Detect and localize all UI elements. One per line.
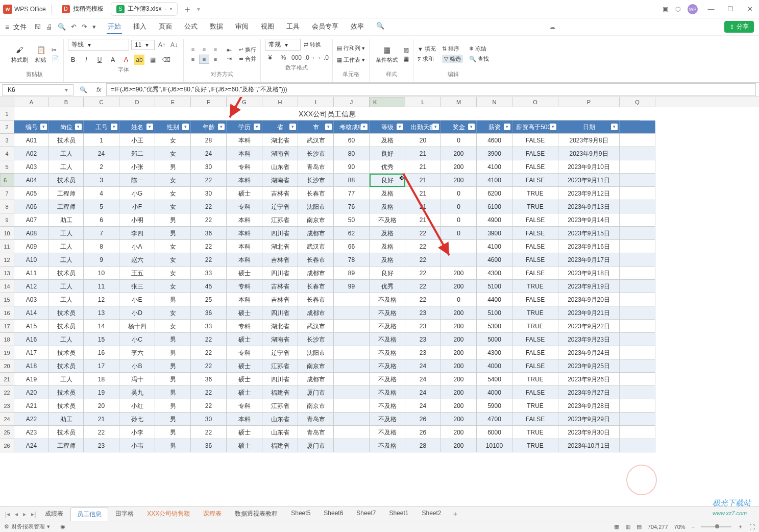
data-cell[interactable]: 78 xyxy=(334,253,370,267)
data-cell[interactable] xyxy=(334,373,370,386)
data-cell[interactable]: A01 xyxy=(14,134,49,147)
align-top-center[interactable]: ≡ xyxy=(199,44,209,54)
empty-cell[interactable] xyxy=(620,174,655,187)
data-cell[interactable]: 沈阳市 xyxy=(298,346,334,359)
data-cell[interactable]: 长沙市 xyxy=(298,147,334,160)
data-cell[interactable]: 厦门市 xyxy=(298,386,334,399)
save-icon[interactable]: 🖫 xyxy=(34,23,41,31)
data-cell[interactable] xyxy=(441,240,477,253)
data-cell[interactable]: 200 xyxy=(441,280,477,293)
zoom-in-icon[interactable]: ＋ xyxy=(738,523,743,530)
data-cell[interactable]: 17 xyxy=(84,359,119,373)
data-cell[interactable]: 200 xyxy=(441,359,477,373)
data-cell[interactable]: 21 xyxy=(405,200,441,213)
data-cell[interactable]: 80 xyxy=(334,147,370,160)
col-header-G[interactable]: G xyxy=(227,97,262,107)
data-cell[interactable] xyxy=(334,439,370,452)
data-cell[interactable]: 2023年9月20日 xyxy=(558,293,620,306)
data-cell[interactable]: 2023年9月22日 xyxy=(558,320,620,333)
data-cell[interactable]: 技术员 xyxy=(49,359,84,373)
data-cell[interactable]: 李四 xyxy=(119,227,155,240)
data-cell[interactable]: 技术员 xyxy=(49,426,84,439)
data-cell[interactable]: 26 xyxy=(405,426,441,439)
empty-cell[interactable] xyxy=(620,320,655,333)
data-cell[interactable]: 小韦 xyxy=(119,439,155,452)
sheet-tab[interactable]: 成绩表 xyxy=(39,507,69,521)
data-cell[interactable]: 男 xyxy=(155,426,191,439)
data-cell[interactable]: FALSE xyxy=(512,134,558,147)
data-cell[interactable]: TRUE xyxy=(512,187,558,200)
data-cell[interactable]: 工人 xyxy=(49,160,84,174)
data-cell[interactable]: A15 xyxy=(14,320,49,333)
data-cell[interactable]: 本科 xyxy=(227,174,262,187)
data-cell[interactable]: 四川省 xyxy=(262,373,298,386)
data-cell[interactable]: 工人 xyxy=(49,253,84,267)
data-cell[interactable]: 技术员 xyxy=(49,346,84,359)
data-cell[interactable]: 长春市 xyxy=(298,293,334,306)
share-button[interactable]: ⇪ 分享 xyxy=(724,21,754,33)
filter-dropdown-icon[interactable]: ▾ xyxy=(504,124,510,130)
data-cell[interactable]: 66 xyxy=(334,240,370,253)
view-break-icon[interactable]: ▤ xyxy=(636,523,642,530)
preview-icon[interactable]: 🔍 xyxy=(58,23,66,31)
data-cell[interactable]: 女 xyxy=(155,147,191,160)
data-cell[interactable]: 5100 xyxy=(477,306,512,320)
data-cell[interactable]: 湖北省 xyxy=(262,240,298,253)
data-cell[interactable]: 200 xyxy=(441,346,477,359)
data-cell[interactable]: 助工 xyxy=(49,413,84,426)
col-header-P[interactable]: P xyxy=(558,97,620,107)
last-sheet-icon[interactable]: ▸| xyxy=(29,511,38,518)
data-cell[interactable]: 200 xyxy=(441,306,477,320)
tab-review[interactable]: 审阅 xyxy=(234,20,250,34)
data-cell[interactable]: 0 xyxy=(441,227,477,240)
data-cell[interactable]: 杨十四 xyxy=(119,320,155,333)
empty-cell[interactable] xyxy=(620,399,655,413)
column-header-cell[interactable]: 薪资▾ xyxy=(477,120,512,134)
data-cell[interactable]: 男 xyxy=(155,160,191,174)
row-header[interactable]: 23 xyxy=(0,399,14,413)
data-cell[interactable]: TRUE xyxy=(512,399,558,413)
data-cell[interactable]: 本科 xyxy=(227,293,262,306)
data-cell[interactable]: 吴九 xyxy=(119,386,155,399)
data-cell[interactable]: 女 xyxy=(155,267,191,280)
data-cell[interactable]: 工人 xyxy=(49,333,84,346)
prev-sheet-icon[interactable]: ◂ xyxy=(13,511,20,518)
filter-dropdown-icon[interactable]: ▾ xyxy=(289,124,296,130)
data-cell[interactable]: 6200 xyxy=(477,187,512,200)
data-cell[interactable]: FALSE xyxy=(512,240,558,253)
row-header[interactable]: 15 xyxy=(0,293,14,306)
record-icon[interactable]: ◉ xyxy=(60,523,65,530)
fullscreen-icon[interactable]: ⛶ xyxy=(749,524,755,530)
filter-dropdown-icon[interactable]: ▾ xyxy=(182,124,189,130)
bold-button[interactable]: B xyxy=(68,55,78,65)
data-cell[interactable]: 张三 xyxy=(119,280,155,293)
empty-cell[interactable] xyxy=(620,426,655,439)
col-header-N[interactable]: N xyxy=(477,97,512,107)
data-cell[interactable]: 女 xyxy=(155,240,191,253)
data-cell[interactable]: 武汉市 xyxy=(298,240,334,253)
data-cell[interactable]: FALSE xyxy=(512,346,558,359)
data-cell[interactable]: 0 xyxy=(441,213,477,227)
data-cell[interactable]: 88 xyxy=(334,174,370,187)
data-cell[interactable]: 男 xyxy=(155,333,191,346)
add-tab-button[interactable]: ＋ xyxy=(180,3,195,15)
filter-dropdown-icon[interactable]: ▾ xyxy=(468,124,475,130)
tab-formula[interactable]: 公式 xyxy=(183,20,199,34)
empty-cell[interactable] xyxy=(620,147,655,160)
data-cell[interactable]: 22 xyxy=(405,293,441,306)
data-cell[interactable]: FALSE xyxy=(512,413,558,426)
paste-button[interactable]: 📋粘贴 xyxy=(33,44,48,65)
data-cell[interactable]: 硕士 xyxy=(227,373,262,386)
tab-member[interactable]: 会员专享 xyxy=(311,20,339,34)
data-cell[interactable]: 30 xyxy=(191,413,227,426)
data-cell[interactable] xyxy=(334,306,370,320)
data-cell[interactable]: 湖北省 xyxy=(262,320,298,333)
clear-format-icon[interactable]: ⌫ xyxy=(161,55,171,65)
font-color-button[interactable]: A xyxy=(121,55,131,65)
data-cell[interactable]: 22 xyxy=(191,399,227,413)
data-cell[interactable]: A06 xyxy=(14,200,49,213)
col-header-I[interactable]: I xyxy=(298,97,334,107)
data-cell[interactable]: A19 xyxy=(14,373,49,386)
data-cell[interactable]: 湖南省 xyxy=(262,333,298,346)
data-cell[interactable]: 4000 xyxy=(477,359,512,373)
